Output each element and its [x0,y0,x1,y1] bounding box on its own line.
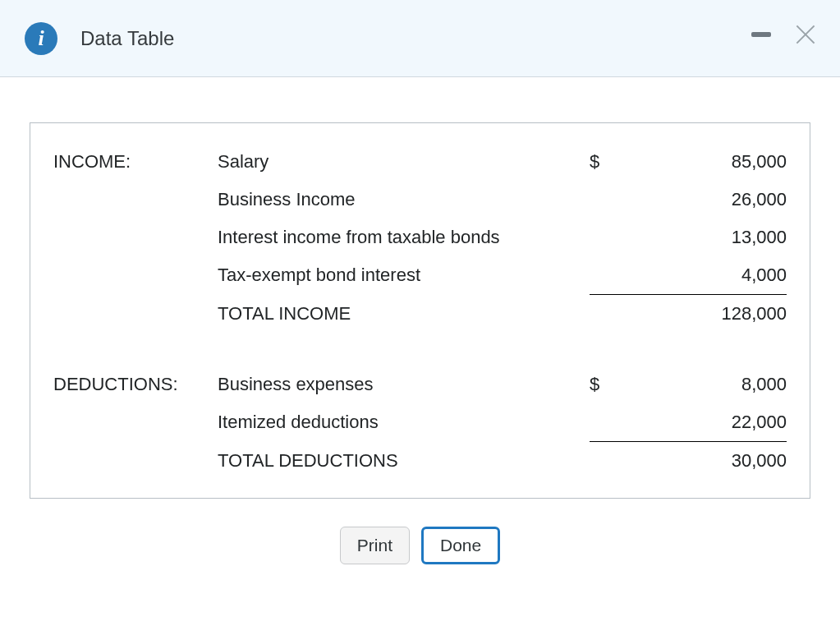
table-row: Interest income from taxable bonds 13,00… [53,219,787,256]
row-value: 13,000 [639,219,787,256]
row-label: Salary [218,143,590,181]
data-table-box: INCOME: Salary $ 85,000 Business Income … [30,122,810,499]
print-button[interactable]: Print [340,527,410,564]
done-button[interactable]: Done [421,527,500,564]
table-row: Business Income 26,000 [53,181,787,219]
table-row: TOTAL INCOME 128,000 [53,295,787,334]
section-heading-deductions: DEDUCTIONS: [53,366,218,403]
button-row: Print Done [30,527,810,564]
row-value: 30,000 [639,442,787,481]
content-area: INCOME: Salary $ 85,000 Business Income … [0,77,840,564]
row-value: 128,000 [639,295,787,334]
table-row: TOTAL DEDUCTIONS 30,000 [53,442,787,481]
table-row: DEDUCTIONS: Business expenses $ 8,000 [53,366,787,403]
dialog-header: i Data Table [0,0,840,77]
row-value: 26,000 [639,181,787,219]
table-row: Itemized deductions 22,000 [53,403,787,442]
minimize-icon[interactable] [751,32,771,37]
window-controls [751,25,815,44]
currency-symbol: $ [590,143,639,181]
info-icon: i [25,22,57,55]
financial-table: INCOME: Salary $ 85,000 Business Income … [53,143,787,480]
close-icon[interactable] [796,25,815,44]
table-row: Tax-exempt bond interest 4,000 [53,256,787,295]
row-label: Business expenses [218,366,590,403]
spacer-row [53,333,787,366]
row-label: TOTAL DEDUCTIONS [218,442,590,481]
row-label: Business Income [218,181,590,219]
table-row: INCOME: Salary $ 85,000 [53,143,787,181]
row-value: 22,000 [639,403,787,442]
section-heading-income: INCOME: [53,143,218,181]
currency-symbol: $ [590,366,639,403]
row-label: Itemized deductions [218,403,590,442]
row-value: 4,000 [639,256,787,295]
row-value: 85,000 [639,143,787,181]
row-label: Tax-exempt bond interest [218,256,590,295]
row-label: Interest income from taxable bonds [218,219,590,256]
dialog-title: Data Table [80,27,174,50]
row-label: TOTAL INCOME [218,295,590,334]
row-value: 8,000 [639,366,787,403]
